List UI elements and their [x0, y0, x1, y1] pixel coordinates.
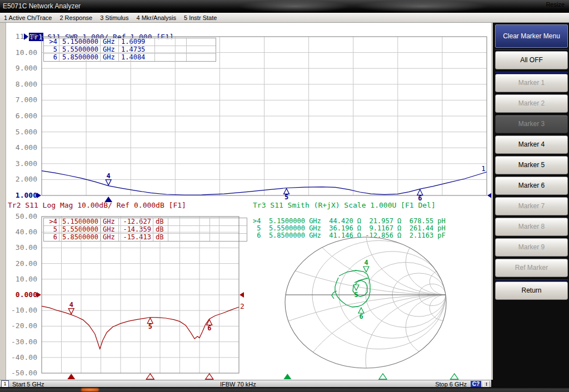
softkey-separator [495, 279, 568, 280]
svg-text:-40.00: -40.00 [11, 353, 37, 361]
tr2-chart: 50.0040.0030.0020.0010.000.000-10.00-20.… [11, 212, 244, 379]
stimulus-marker-solid [67, 374, 75, 379]
stimulus-marker-open [379, 374, 387, 379]
menu-bar: 1 Active Ch/Trace2 Response3 Stimulus4 M… [0, 13, 569, 23]
svg-text:1.000: 1.000 [16, 191, 37, 199]
window-title: E5071C Network Analyzer [3, 2, 81, 10]
svg-text:-10.00: -10.00 [11, 306, 37, 314]
softkey-marker-7[interactable]: Marker 7 [495, 197, 568, 215]
svg-text:4.000: 4.000 [16, 143, 37, 152]
tr1-chart: 11.0010.009.0008.0007.0006.0005.0004.000… [16, 32, 491, 202]
softkey-marker-4[interactable]: Marker 4 [495, 135, 568, 154]
softkey-ref-marker[interactable]: Ref Marker [495, 259, 568, 277]
svg-text:4: 4 [69, 301, 73, 309]
softkey-menu-title: Clear Marker Menu [495, 24, 568, 48]
svg-text:5: 5 [284, 193, 288, 201]
resize-button[interactable]: Resize [546, 1, 565, 8]
stop-frequency-label: Stop 6 GHz [435, 381, 467, 388]
svg-text:4: 4 [364, 259, 368, 267]
ifbw-label: IFBW 70 kHz [220, 381, 256, 388]
svg-text:50.00: 50.00 [16, 212, 37, 220]
softkey-marker-3[interactable]: Marker 3 [495, 115, 568, 133]
svg-text:-50.00: -50.00 [11, 369, 37, 377]
softkey-marker-6[interactable]: Marker 6 [495, 177, 568, 195]
softkey-marker-5[interactable]: Marker 5 [495, 156, 568, 174]
softkey-marker-8[interactable]: Marker 8 [495, 218, 568, 236]
svg-text:5.000: 5.000 [16, 128, 37, 136]
marker-4-glyph [68, 309, 74, 314]
svg-text:11.00: 11.00 [16, 32, 37, 41]
taskbar-glow [81, 388, 99, 391]
marker-4-glyph [106, 180, 111, 185]
stimulus-marker-open [146, 374, 154, 379]
correction-status-badge: C? [471, 381, 481, 387]
titlebar-highlight [239, 0, 350, 13]
start-frequency-label: Start 5 GHz [12, 381, 44, 388]
status-bar-right-fill [491, 380, 569, 387]
svg-text:0.000: 0.000 [16, 290, 37, 299]
marker-5-glyph [353, 285, 359, 290]
smith-outer-circle [285, 237, 446, 368]
softkey-return[interactable]: Return [495, 282, 568, 300]
svg-text:5: 5 [354, 291, 358, 299]
svg-text:2: 2 [240, 302, 244, 310]
svg-text:6: 6 [359, 313, 363, 320]
analyzer-window: E5071C Network Analyzer 1 Active Ch/Trac… [0, 0, 569, 392]
svg-text:-20.00: -20.00 [11, 321, 37, 330]
softkey-all-off[interactable]: All OFF [495, 51, 568, 69]
svg-text:8.000: 8.000 [16, 80, 37, 88]
stimulus-marker-open [451, 374, 458, 379]
title-bar: E5071C Network Analyzer [0, 0, 569, 13]
svg-text:9.000: 9.000 [16, 64, 37, 72]
softkey-separator [495, 49, 568, 50]
menu-item-5-instr-state[interactable]: 5 Instr State [180, 14, 221, 21]
svg-text:10.00: 10.00 [16, 48, 37, 57]
softkey-marker-9[interactable]: Marker 9 [495, 238, 568, 257]
marker-4-glyph [363, 267, 369, 272]
titlebar-highlight [356, 0, 489, 13]
softkey-separator [495, 72, 568, 73]
svg-text:40.00: 40.00 [16, 228, 37, 236]
svg-text:1: 1 [481, 164, 486, 173]
softkey-marker-1[interactable]: Marker 1 [495, 74, 568, 92]
svg-text:6: 6 [418, 194, 422, 202]
svg-text:30.00: 30.00 [16, 243, 37, 252]
softkey-sidebar: Clear Marker Menu All OFFMarker 1Marker … [491, 23, 569, 387]
svg-text:2.000: 2.000 [16, 175, 37, 183]
svg-text:10.00: 10.00 [16, 275, 37, 283]
stimulus-marker-solid [283, 374, 291, 379]
softkey-marker-2[interactable]: Marker 2 [495, 94, 568, 113]
menu-item-2-response[interactable]: 2 Response [56, 14, 96, 21]
svg-text:20.00: 20.00 [16, 259, 37, 268]
status-bar: 1 Start 5 GHz IFBW 70 kHz Stop 6 GHz C? … [0, 380, 491, 388]
svg-text:6: 6 [207, 324, 211, 332]
stimulus-marker-solid [104, 197, 112, 202]
menu-item-4-mkr-analysis[interactable]: 4 Mkr/Analysis [132, 14, 180, 21]
svg-text:4: 4 [107, 172, 111, 180]
svg-text:-30.00: -30.00 [11, 338, 37, 346]
svg-text:3.000: 3.000 [16, 159, 37, 168]
menu-item-1-active-ch-trace[interactable]: 1 Active Ch/Trace [0, 14, 56, 21]
svg-text:7.000: 7.000 [16, 96, 37, 104]
svg-text:6.000: 6.000 [16, 112, 37, 120]
menu-item-3-stimulus[interactable]: 3 Stimulus [96, 14, 132, 21]
stimulus-marker-open [206, 374, 213, 379]
charts-canvas: 11.0010.009.0008.0007.0006.0005.0004.000… [0, 23, 491, 380]
svg-text:5: 5 [148, 323, 152, 330]
